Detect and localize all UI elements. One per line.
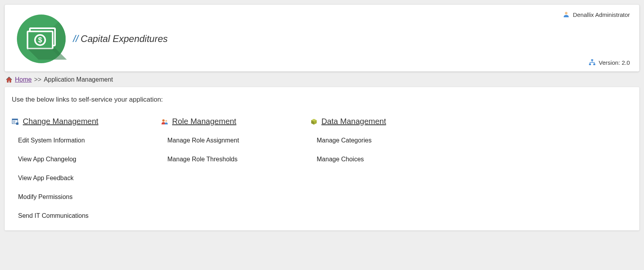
link-view-app-changelog[interactable]: View App Changelog: [18, 156, 161, 163]
content-card: Use the below links to self-service your…: [5, 87, 639, 230]
link-edit-system-information[interactable]: Edit System Information: [18, 137, 161, 144]
link-manage-categories[interactable]: Manage Categories: [317, 137, 460, 144]
user-info: Denallix Administrator: [563, 11, 630, 18]
change-management-title: Change Management: [23, 117, 98, 126]
change-management-header[interactable]: Change Management: [12, 117, 161, 126]
svg-rect-11: [13, 121, 15, 121]
people-icon: [161, 118, 168, 125]
breadcrumb-separator: >>: [34, 76, 42, 83]
breadcrumb-current: Application Management: [44, 76, 113, 83]
svg-rect-12: [13, 122, 15, 122]
app-title: // Capital Expenditures: [73, 33, 168, 44]
sections-row: Change Management Edit System Informatio…: [12, 117, 632, 219]
breadcrumb-home-link[interactable]: Home: [15, 76, 32, 83]
svg-rect-7: [589, 64, 591, 65]
user-name: Denallix Administrator: [573, 11, 630, 18]
version-text: Version: 2.0: [599, 59, 630, 66]
link-manage-role-assignment[interactable]: Manage Role Assignment: [167, 137, 310, 144]
link-modify-permissions[interactable]: Modify Permissions: [18, 193, 161, 201]
data-management-title: Data Management: [321, 117, 386, 126]
form-icon: [12, 118, 19, 125]
svg-rect-6: [591, 59, 593, 61]
data-management-header[interactable]: Data Management: [310, 117, 460, 126]
svg-text:$: $: [38, 36, 42, 44]
role-management-section: Role Management Manage Role Assignment M…: [161, 117, 310, 219]
link-view-app-feedback[interactable]: View App Feedback: [18, 175, 161, 182]
sitemap-icon: [589, 59, 596, 66]
link-manage-choices[interactable]: Manage Choices: [317, 156, 460, 163]
app-logo-icon: $: [16, 13, 67, 64]
svg-rect-8: [593, 64, 595, 65]
intro-text: Use the below links to self-service your…: [12, 96, 632, 104]
svg-point-14: [162, 119, 165, 122]
role-management-title: Role Management: [172, 117, 236, 126]
version-info: Version: 2.0: [589, 59, 630, 66]
link-send-it-communications[interactable]: Send IT Communications: [18, 212, 161, 219]
svg-point-15: [165, 120, 167, 122]
title-text: Capital Expenditures: [81, 33, 167, 44]
breadcrumb: Home >> Application Management: [6, 76, 638, 83]
home-icon: [6, 76, 13, 83]
svg-point-5: [565, 12, 567, 14]
svg-rect-10: [12, 119, 18, 120]
link-manage-role-thresholds[interactable]: Manage Role Thresholds: [167, 156, 310, 163]
user-icon: [563, 11, 570, 18]
title-slashes: //: [73, 33, 78, 44]
data-management-section: Data Management Manage Categories Manage…: [310, 117, 460, 219]
svg-rect-13: [16, 122, 18, 125]
header-card: $ // Capital Expenditures Denallix Admin…: [5, 5, 639, 71]
role-management-header[interactable]: Role Management: [161, 117, 310, 126]
change-management-section: Change Management Edit System Informatio…: [12, 117, 161, 219]
box-icon: [310, 118, 317, 125]
